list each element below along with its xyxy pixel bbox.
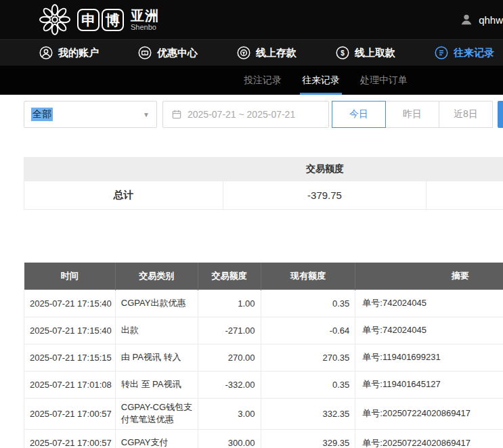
withdraw-icon: $ (336, 46, 349, 60)
date-range-input[interactable]: 2025-07-21 ~ 2025-07-21 (162, 101, 329, 128)
col-header-memo: 摘要 (355, 263, 503, 290)
tab-transaction-records[interactable]: 往来记录 (292, 66, 350, 95)
records-table: 时间 交易类别 交易额度 现有额度 摘要 2025-07-21 17:15:40… (24, 263, 503, 448)
cell-balance: 270.35 (261, 344, 355, 371)
cell-time: 2025-07-21 17:00:57 (24, 398, 116, 430)
brand-region-en: Shenbo (131, 24, 159, 31)
table-row: 2025-07-21 17:15:15 由 PA视讯 转入 270.00 270… (24, 344, 503, 371)
quick-date-buttons: 今日 昨日 近8日 (332, 101, 493, 128)
nav-label: 我的账户 (58, 47, 99, 60)
cell-type: 转出 至 PA视讯 (115, 371, 198, 398)
summary-total-value: -379.75 (223, 181, 427, 210)
cell-time: 2025-07-21 17:15:40 (24, 290, 116, 317)
cell-memo: 单号:119401699231 (355, 344, 503, 371)
summary-total-label: 总计 (24, 181, 223, 210)
table-row: 2025-07-21 17:15:40 CGPAY出款优惠 1.00 0.35 … (24, 290, 503, 317)
calendar-icon (171, 109, 182, 120)
yesterday-button[interactable]: 昨日 (385, 101, 439, 128)
nav-label: 往来记录 (454, 47, 494, 60)
cell-balance: 332.35 (261, 398, 355, 430)
brand-logo[interactable]: 申 博 (77, 9, 124, 31)
cell-type: CGPAY支付 (115, 430, 198, 448)
nav-item-records[interactable]: 往来记录 (435, 46, 494, 60)
cell-type: 出款 (115, 317, 198, 344)
cell-type: CGPAY出款优惠 (115, 290, 198, 317)
cell-time: 2025-07-21 17:00:57 (24, 430, 116, 448)
cell-amount: -271.00 (198, 317, 261, 344)
cell-time: 2025-07-21 17:15:15 (24, 344, 116, 371)
cell-type: 由 PA视讯 转入 (115, 344, 198, 371)
cell-memo: 单号:742024045 (355, 290, 503, 317)
cell-balance: -0.64 (261, 317, 355, 344)
last8days-button[interactable]: 近8日 (439, 101, 493, 128)
nav-item-my-account[interactable]: 我的账户 (39, 46, 99, 60)
cell-amount: 3.00 (198, 398, 261, 430)
tab-processing-orders[interactable]: 处理中订单 (350, 66, 418, 95)
cell-amount: -332.00 (198, 371, 261, 398)
nav-item-withdraw[interactable]: $ 线上取款 (336, 46, 395, 60)
date-range-value: 2025-07-21 ~ 2025-07-21 (188, 109, 295, 120)
table-row: 2025-07-21 17:00:57 CGPAY-CG钱包支付笔笔送优惠 3.… (24, 398, 503, 430)
page: 申 博 亚洲 Shenbo qhhw 我的账 (0, 0, 503, 448)
nav-item-promotions[interactable]: 优惠中心 (138, 46, 198, 60)
cell-memo: 单号:119401645127 (355, 371, 503, 398)
deposit-icon (237, 46, 250, 60)
cell-balance: 0.35 (261, 290, 355, 317)
summary-table: 交易额度 总计 -379.75 (24, 157, 503, 210)
records-icon (435, 46, 448, 60)
cell-memo: 单号:202507224020869417 (355, 398, 503, 430)
brand-char-1: 申 (77, 9, 100, 31)
sub-tabbar: 投注记录 往来记录 处理中订单 (0, 66, 503, 95)
nav-label: 优惠中心 (157, 47, 198, 60)
user-account-menu[interactable]: qhhw (459, 0, 503, 39)
top-header: 申 博 亚洲 Shenbo qhhw (0, 0, 503, 39)
brand-region: 亚洲 Shenbo (131, 9, 159, 31)
summary-header-row: 交易额度 (24, 157, 503, 181)
summary-amount-header: 交易额度 (223, 163, 427, 175)
col-header-time: 时间 (24, 263, 116, 290)
main-nav: 我的账户 优惠中心 线上存款 (0, 39, 503, 66)
user-icon (39, 46, 53, 60)
nav-item-deposit[interactable]: 线上存款 (237, 46, 297, 60)
table-row: 2025-07-21 17:00:57 CGPAY支付 300.00 329.3… (24, 430, 503, 448)
cell-time: 2025-07-21 17:15:40 (24, 317, 116, 344)
chevron-down-icon: ▼ (143, 111, 150, 118)
col-header-amount: 交易额度 (198, 263, 261, 290)
cell-type: CGPAY-CG钱包支付笔笔送优惠 (115, 398, 198, 430)
col-header-type: 交易类别 (115, 263, 198, 290)
filter-bar: 全部 ▼ 2025-07-21 ~ 2025-07-21 今日 昨日 近8日 (0, 95, 503, 157)
cell-balance: 0.35 (261, 371, 355, 398)
coupon-icon (138, 46, 152, 60)
flower-logo-icon (39, 4, 70, 35)
cell-time: 2025-07-21 17:01:08 (24, 371, 116, 398)
summary-total-row: 总计 -379.75 (24, 181, 503, 210)
brand-char-2: 博 (102, 9, 124, 31)
type-select[interactable]: 全部 ▼ (24, 101, 157, 128)
cell-memo: 单号:202507224020869417 (355, 430, 503, 448)
table-row: 2025-07-21 17:15:40 出款 -271.00 -0.64 单号:… (24, 317, 503, 344)
cell-balance: 329.35 (261, 430, 355, 448)
cell-amount: 1.00 (198, 290, 261, 317)
nav-label: 线上存款 (256, 47, 297, 60)
records-header-row: 时间 交易类别 交易额度 现有额度 摘要 (24, 263, 503, 290)
cell-amount: 270.00 (198, 344, 261, 371)
search-button[interactable] (498, 101, 503, 128)
user-avatar-icon (459, 12, 474, 27)
nav-label: 线上取款 (355, 47, 395, 60)
col-header-balance: 现有额度 (261, 263, 355, 290)
summary-empty-cell (427, 181, 503, 210)
brand-region-cn: 亚洲 (131, 9, 159, 22)
username-label: qhhw (479, 14, 503, 26)
svg-text:$: $ (341, 49, 345, 57)
today-button[interactable]: 今日 (332, 101, 386, 128)
table-row: 2025-07-21 17:01:08 转出 至 PA视讯 -332.00 0.… (24, 371, 503, 398)
type-select-value: 全部 (31, 108, 53, 121)
tab-betting-records[interactable]: 投注记录 (234, 66, 292, 95)
cell-memo: 单号:742024045 (355, 317, 503, 344)
cell-amount: 300.00 (198, 430, 261, 448)
